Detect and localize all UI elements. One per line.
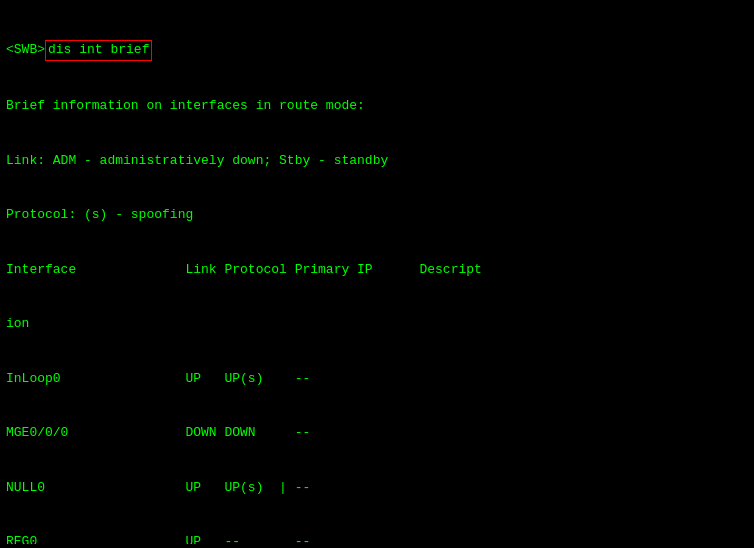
route-mode-header: Brief information on interfaces in route… (6, 97, 748, 115)
route-table-header1: Interface Link Protocol Primary IP Descr… (6, 261, 748, 279)
mge000-row: MGE0/0/0 DOWN DOWN -- (6, 424, 748, 442)
prompt-line: <SWB>dis int brief (6, 40, 748, 60)
reg0-row: REG0 UP -- -- (6, 533, 748, 544)
route-table-header2: ion (6, 315, 748, 333)
null0-row: NULL0 UP UP(s) | -- (6, 479, 748, 497)
link-legend-route: Link: ADM - administratively down; Stby … (6, 152, 748, 170)
protocol-legend: Protocol: (s) - spoofing (6, 206, 748, 224)
command-highlight: dis int brief (45, 40, 152, 60)
prompt-text: <SWB> (6, 41, 45, 59)
terminal-window: <SWB>dis int brief Brief information on … (6, 4, 748, 544)
inloop0-row: InLoop0 UP UP(s) -- (6, 370, 748, 388)
